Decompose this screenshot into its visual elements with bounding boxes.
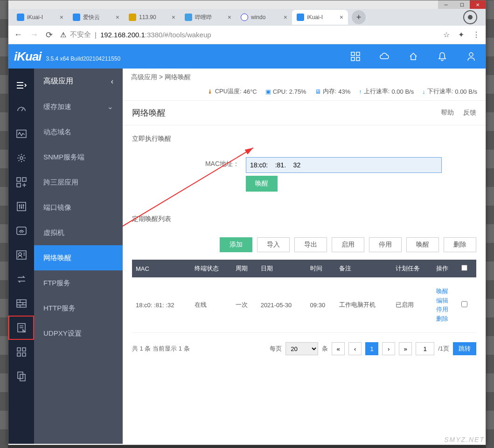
rail-apps2-icon[interactable] — [8, 340, 34, 364]
window-minimize-button[interactable]: ─ — [438, 0, 454, 9]
rail-sliders-icon[interactable] — [8, 194, 34, 219]
select-all-checkbox[interactable] — [461, 265, 467, 271]
window-maximize-button[interactable]: ☐ — [454, 0, 470, 9]
sidebar-item-wol[interactable]: 网络唤醒 — [34, 245, 123, 270]
sidebar-item-layer3[interactable]: 跨三层应用 — [34, 170, 123, 195]
svg-point-13 — [22, 205, 24, 206]
wake-button[interactable]: 唤醒 — [246, 176, 278, 192]
rail-copy-icon[interactable] — [8, 364, 34, 388]
rail-note-icon[interactable] — [8, 316, 34, 340]
col-note[interactable]: 备注 — [335, 260, 392, 277]
breadcrumb-root[interactable]: 高级应用 — [131, 73, 157, 81]
sidebar-item-snmp[interactable]: SNMP服务端 — [34, 145, 123, 170]
col-status[interactable]: 终端状态 — [191, 260, 231, 277]
add-button[interactable]: 添加 — [220, 237, 252, 252]
jump-button[interactable]: 跳转 — [453, 342, 476, 355]
col-time[interactable]: 时间 — [306, 260, 335, 277]
mac-input[interactable] — [246, 157, 442, 173]
export-button[interactable]: 导出 — [294, 237, 327, 252]
rail-contact-icon[interactable] — [8, 243, 34, 267]
enable-button[interactable]: 启用 — [332, 237, 364, 252]
disable-button[interactable]: 停用 — [369, 237, 402, 252]
feedback-link[interactable]: 反馈 — [463, 109, 476, 117]
tab-close-icon[interactable]: × — [284, 14, 287, 21]
tab-close-icon[interactable]: × — [340, 14, 343, 21]
menu-icon[interactable]: ⋮ — [473, 30, 480, 39]
tab-close-icon[interactable]: × — [172, 14, 175, 21]
chevron-down-icon: ⌄ — [107, 103, 113, 111]
op-wake[interactable]: 唤醒 — [436, 287, 454, 296]
browser-tab[interactable]: 113.90× — [124, 10, 180, 25]
cell-status: 在线 — [191, 277, 231, 333]
star-icon[interactable]: ☆ — [443, 30, 450, 39]
col-date[interactable]: 日期 — [257, 260, 306, 277]
rail-gear-icon[interactable] — [8, 146, 34, 170]
sidebar-item-ddns[interactable]: 动态域名 — [34, 119, 123, 145]
schedule-section-title: 定期唤醒列表 — [132, 215, 476, 223]
new-tab-button[interactable]: + — [352, 10, 366, 24]
per-page-select[interactable]: 20 — [285, 342, 318, 355]
op-disable[interactable]: 停用 — [436, 305, 454, 314]
tab-label: 113.90 — [139, 14, 156, 21]
sidebar-item-cache[interactable]: 缓存加速⌄ — [34, 94, 123, 119]
first-page-button[interactable]: « — [332, 342, 345, 355]
col-op[interactable]: 操作 — [432, 260, 458, 277]
browser-tab[interactable]: 爱快云× — [68, 10, 124, 25]
prev-page-button[interactable]: ‹ — [348, 342, 362, 355]
sidebar-item-vm[interactable]: 虚拟机 — [34, 220, 123, 245]
next-page-button[interactable]: › — [382, 342, 395, 355]
sidebar-item-udpxy[interactable]: UDPXY设置 — [34, 321, 123, 346]
op-edit[interactable]: 编辑 — [436, 296, 454, 305]
rail-swap-icon[interactable] — [8, 267, 34, 291]
rail-firewall-icon[interactable] — [8, 291, 34, 316]
forward-button[interactable]: → — [30, 30, 38, 40]
chevron-left-icon[interactable]: ‹ — [111, 77, 113, 86]
col-mac[interactable]: MAC — [132, 260, 191, 277]
svg-rect-3 — [356, 57, 360, 61]
home-icon[interactable] — [408, 51, 418, 62]
user-icon[interactable] — [466, 51, 476, 62]
system-bar: 🌡CPU温度: 46°C ▣CPU: 2.75% 🖥内存: 43% ↑上行速率:… — [123, 84, 486, 101]
rail-wifi-icon[interactable] — [8, 219, 34, 243]
rail-collapse-icon[interactable] — [8, 73, 34, 97]
url-input[interactable]: ⚠ 不安全 | 192.168.200.1:3380/#/tools/wakeu… — [60, 30, 436, 39]
breadcrumb: 高级应用 > 网络唤醒 — [123, 69, 486, 84]
col-cycle[interactable]: 周期 — [232, 260, 257, 277]
browser-tab[interactable]: 哔哩哔× — [180, 10, 236, 25]
rail-network-icon[interactable] — [8, 170, 34, 194]
browser-tab[interactable]: windo× — [236, 10, 292, 25]
help-link[interactable]: 帮助 — [441, 109, 454, 117]
rail-dashboard-icon[interactable] — [8, 97, 34, 122]
tab-close-icon[interactable]: × — [116, 14, 119, 21]
apps-icon[interactable] — [350, 51, 361, 62]
account-icon[interactable] — [463, 10, 477, 24]
browser-tab[interactable]: iKuai-I× — [292, 10, 348, 25]
op-delete[interactable]: 删除 — [436, 314, 454, 324]
tab-label: 哔哩哔 — [195, 14, 212, 21]
page-input[interactable] — [416, 342, 434, 355]
tab-close-icon[interactable]: × — [228, 14, 231, 21]
extension-icon[interactable]: ✦ — [458, 30, 464, 39]
delete-button[interactable]: 删除 — [444, 237, 476, 252]
page-1-button[interactable]: 1 — [365, 342, 378, 355]
back-button[interactable]: ← — [14, 30, 22, 40]
sidebar-item-ftp[interactable]: FTP服务 — [34, 270, 123, 296]
window-close-button[interactable]: ✕ — [470, 0, 486, 9]
last-page-button[interactable]: » — [399, 342, 412, 355]
import-button[interactable]: 导入 — [257, 237, 290, 252]
sidebar-item-portmirror[interactable]: 端口镜像 — [34, 195, 123, 220]
bell-icon[interactable] — [437, 51, 447, 62]
schedule-table: MAC 终端状态 周期 日期 时间 备注 计划任务 操作 18:c0: :81:… — [132, 260, 476, 333]
reload-button[interactable]: ⟳ — [46, 30, 53, 40]
svg-rect-9 — [17, 183, 21, 187]
table-row: 18:c0: :81: :32 在线 一次 2021-05-30 09:30 工… — [132, 277, 476, 333]
col-task[interactable]: 计划任务 — [392, 260, 432, 277]
tab-close-icon[interactable]: × — [60, 14, 63, 21]
browser-tab[interactable]: iKuai-I× — [12, 10, 68, 25]
cloud-icon[interactable] — [379, 51, 390, 62]
sidebar-title: 高级应用‹ — [34, 69, 123, 94]
wake-list-button[interactable]: 唤醒 — [406, 237, 439, 252]
rail-monitor-icon[interactable] — [8, 122, 34, 146]
sidebar-item-http[interactable]: HTTP服务 — [34, 296, 123, 321]
row-checkbox[interactable] — [461, 301, 467, 307]
